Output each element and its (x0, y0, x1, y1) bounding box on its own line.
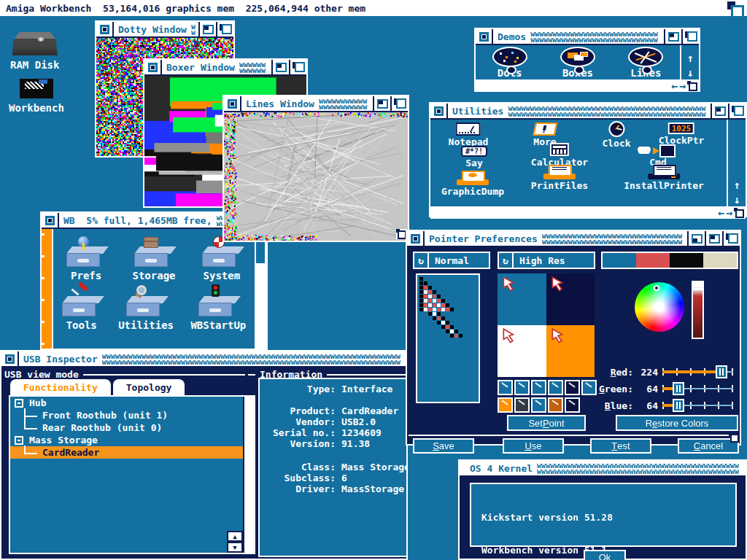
drawer-storage[interactable]: Storage (132, 236, 175, 281)
close-icon[interactable] (407, 231, 425, 246)
drawer-wbstartup[interactable]: WBStartUp (190, 286, 246, 331)
wb-right-scrollbar[interactable] (255, 229, 266, 349)
kernel-titlebar[interactable]: OS 4 Kernel wwwwwwwwwwwwwwwwwwwwwwwwwwww… (460, 461, 746, 477)
test-button[interactable]: Test (590, 438, 651, 454)
wb-left-scrollbar[interactable] (42, 229, 53, 349)
resize-icon[interactable] (729, 432, 739, 443)
dotty-titlebar[interactable]: Dotty Window wwwwwwwwwwwwwwwwwwwwwwwwwww… (96, 22, 233, 38)
depth-icon[interactable] (216, 22, 233, 36)
demos-titlebar[interactable]: Demos wwwwwwwwwwwwwwwwwwwwwwwwwwwwwwwwww… (476, 29, 699, 45)
scroll-left-icon[interactable] (671, 79, 678, 93)
collapse-icon[interactable] (15, 436, 23, 445)
value-slider[interactable] (692, 281, 704, 339)
color-wheel[interactable] (635, 282, 684, 332)
tree-item-hub[interactable]: Hub (10, 397, 243, 409)
pointer-preset-thumbnail[interactable] (514, 380, 530, 395)
demo-icon-lines[interactable]: Lines (628, 47, 663, 79)
close-icon[interactable] (430, 104, 448, 118)
vertical-scrollbar[interactable] (727, 120, 746, 206)
scroll-down-icon[interactable] (733, 192, 740, 206)
zoom-icon[interactable] (664, 29, 681, 44)
menubar[interactable]: Amiga Workbench 53,164,016 graphics mem … (0, 0, 747, 16)
ok-button[interactable]: Ok (584, 550, 626, 560)
save-button[interactable]: Save (413, 438, 474, 454)
zoom-icon[interactable] (373, 96, 390, 111)
pointer-preset-thumbnail[interactable] (514, 397, 530, 413)
drag-bar[interactable]: wwwwwwwwwwwwwwwwwwwwwwwwwwwwwwwwwwwwwwww… (239, 62, 268, 74)
zoom-icon[interactable] (705, 231, 722, 246)
icon-calculator[interactable]: Calculator (531, 143, 588, 168)
zoom-icon[interactable] (198, 22, 216, 36)
color-swatch[interactable] (670, 253, 703, 268)
scroll-down-icon[interactable] (686, 66, 693, 79)
color-swatch[interactable] (636, 253, 670, 268)
color-swatch[interactable] (603, 253, 636, 268)
icon-graphicdump[interactable]: GraphicDump (441, 171, 504, 197)
usb-titlebar[interactable]: USB Inspector wwwwwwwwwwwwwwwwwwwwwwwwww… (1, 351, 406, 368)
pointer-type-cycle[interactable]: Normal (413, 252, 490, 269)
color-swatch[interactable] (703, 253, 737, 268)
desktop-icon-ram-disk[interactable]: RAM Disk (10, 32, 59, 71)
screen-depth-icon[interactable] (725, 1, 744, 15)
pointer-preset-thumbnail[interactable] (548, 380, 563, 395)
depth-icon[interactable] (728, 104, 746, 118)
drag-bar[interactable]: wwwwwwwwwwwwwwwwwwwwwwwwwwwwwwwwwwwwwwww… (319, 98, 370, 111)
drag-bar[interactable]: wwwwwwwwwwwwwwwwwwwwwwwwwwwwwwwwwwwwwwww… (542, 233, 684, 246)
utilities-titlebar[interactable]: Utilities wwwwwwwwwwwwwwwwwwwwwwwwwwwwww… (430, 104, 746, 120)
resize-icon[interactable] (687, 81, 697, 91)
collapse-icon[interactable] (15, 399, 23, 408)
pointer-preset-thumbnail[interactable] (548, 397, 563, 413)
red-slider[interactable] (662, 365, 733, 378)
scroll-right-icon[interactable] (726, 206, 732, 219)
drawer-prefs[interactable]: Prefs (66, 236, 106, 281)
pointer-titlebar[interactable]: Pointer Preferences wwwwwwwwwwwwwwwwwwww… (407, 231, 740, 247)
pointer-preset-thumbnail[interactable] (531, 380, 546, 395)
set-point-button[interactable]: Set Point (507, 415, 586, 431)
drag-bar[interactable]: wwwwwwwwwwwwwwwwwwwwwwwwwwwwwwwwwwwwwwww… (102, 354, 403, 366)
depth-icon[interactable] (289, 60, 306, 74)
icon-printfiles[interactable]: PrintFiles (531, 165, 588, 191)
close-icon[interactable] (144, 60, 162, 74)
zoom-icon[interactable] (711, 104, 728, 118)
resize-icon[interactable] (734, 208, 744, 218)
palette-swatch-bar[interactable] (601, 252, 738, 269)
demo-icon-dots[interactable]: Dots (492, 47, 527, 79)
horizontal-scrollbar[interactable] (476, 79, 699, 92)
scroll-up-icon[interactable] (733, 178, 740, 192)
tree-item-cardreader-selected[interactable]: CardReader (10, 446, 243, 459)
close-icon[interactable] (224, 96, 241, 111)
green-slider[interactable] (662, 382, 733, 395)
tab-functionality[interactable]: Functionality (10, 379, 111, 395)
tab-topology[interactable]: Topology (113, 379, 185, 395)
icon-say[interactable]: #*?! Say (461, 146, 487, 168)
vertical-scrollbar[interactable] (680, 45, 699, 79)
use-button[interactable]: Use (503, 438, 564, 454)
close-icon[interactable] (96, 22, 114, 36)
pointer-preset-thumbnail[interactable] (498, 397, 513, 413)
icon-clock[interactable]: Clock (602, 121, 630, 149)
drag-bar[interactable]: wwwwwwwwwwwwwwwwwwwwwwwwwwwwwwwwwwwwwwww… (191, 24, 196, 36)
close-icon[interactable] (476, 29, 493, 44)
depth-icon[interactable] (681, 29, 699, 44)
resolution-cycle[interactable]: High Res (498, 252, 595, 269)
icon-installprinter[interactable]: InstallPrinter (624, 165, 704, 191)
tree-item-front-roothub[interactable]: Front Roothub (unit 1) (10, 409, 243, 421)
tree-item-rear-roothub[interactable]: Rear Roothub (unit 0) (10, 421, 243, 434)
scroll-right-icon[interactable] (679, 79, 686, 93)
pointer-preset-thumbnail[interactable] (531, 397, 546, 413)
restore-colors-button[interactable]: Restore Colors (616, 415, 738, 431)
drag-bar[interactable]: wwwwwwwwwwwwwwwwwwwwwwwwwwwwwwwwwwwwwwww… (508, 106, 708, 118)
tree-item-mass-storage[interactable]: Mass Storage (10, 434, 243, 446)
boxer-titlebar[interactable]: Boxer Window wwwwwwwwwwwwwwwwwwwwwwwwwww… (144, 60, 306, 76)
lines-titlebar[interactable]: Lines Window wwwwwwwwwwwwwwwwwwwwwwwwwww… (224, 96, 408, 112)
scroll-down-icon[interactable] (227, 542, 243, 553)
scroll-up-icon[interactable] (686, 51, 693, 65)
color-wheel-marker[interactable] (654, 285, 659, 291)
icon-notepad[interactable]: Notepad (449, 122, 489, 147)
scroll-left-icon[interactable] (718, 206, 724, 219)
demo-icon-boxes[interactable]: Boxes (560, 47, 595, 79)
close-icon[interactable] (1, 351, 19, 366)
icon-clockptr[interactable]: 1025 ClockPtr (659, 122, 705, 146)
pointer-preset-thumbnail[interactable] (498, 380, 513, 395)
drag-bar[interactable]: wwwwwwwwwwwwwwwwwwwwwwwwwwwwwwwwwwwwwwww… (537, 463, 743, 475)
